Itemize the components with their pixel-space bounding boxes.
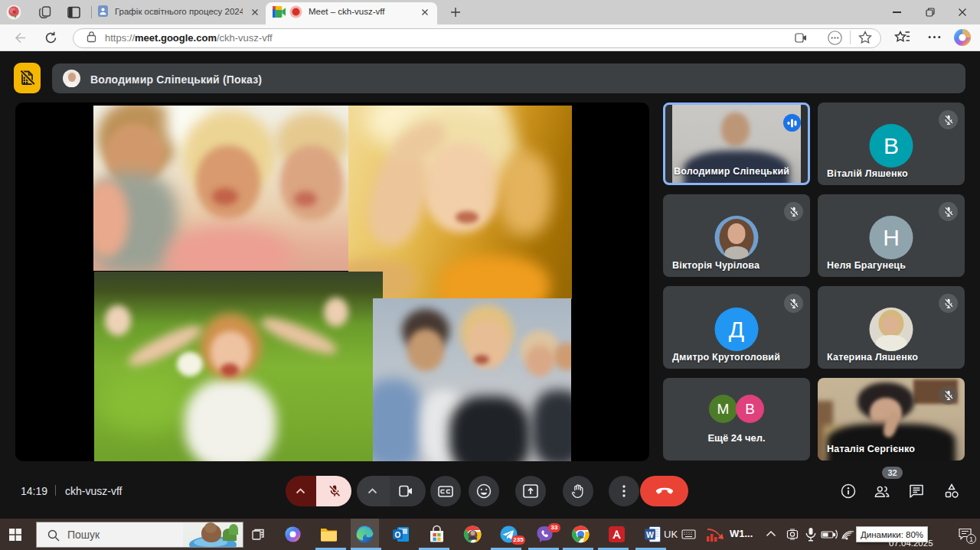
svg-text:O: O	[395, 531, 401, 539]
svg-text:W: W	[646, 530, 654, 539]
